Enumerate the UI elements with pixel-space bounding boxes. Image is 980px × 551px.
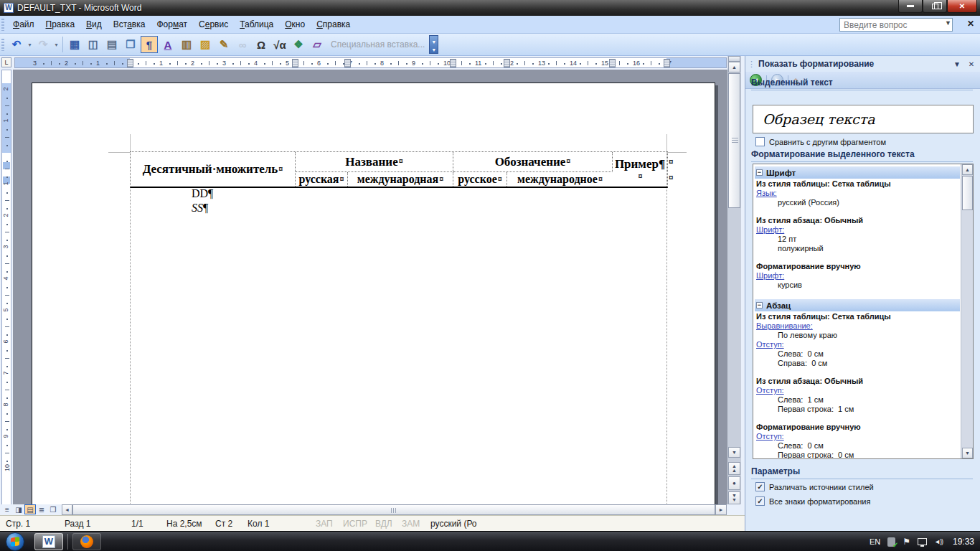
document-paragraphs[interactable]: DD¶SS¶ [192, 187, 213, 215]
status-toggle-ИСПР[interactable]: ИСПР [343, 519, 367, 529]
menu-Файл[interactable]: Файл [7, 17, 40, 32]
taskpane-titlebar[interactable]: ⋮ Показать форматирование ▼ ✕ [745, 56, 980, 72]
vertical-scrollbar[interactable]: ▲ ▼ ▲▲ ● ▼▼ [727, 56, 741, 504]
formatting-marks-icon[interactable]: ¶ [141, 36, 158, 53]
horizontal-ruler[interactable]: 3211234567891011121314151617 [14, 57, 727, 68]
table-column-marker[interactable] [609, 59, 616, 67]
table-header-example[interactable]: Пример¶ ¤ [613, 152, 667, 187]
action-center-flag-icon[interactable]: ⚑ [903, 537, 910, 547]
pane-scrollbar[interactable]: ▲ ▼ [961, 164, 973, 458]
vertical-ruler[interactable]: 2112345678910 [0, 70, 13, 518]
document-icon[interactable]: ▨ [197, 36, 214, 53]
checkbox-icon[interactable] [755, 137, 765, 146]
font-dialog-icon[interactable]: A [159, 36, 176, 53]
paragraph-line[interactable]: DD¶ [192, 187, 213, 201]
horizontal-scroll-track[interactable] [72, 504, 715, 515]
scroll-left-button[interactable]: ◄ [62, 504, 72, 515]
document-page[interactable]: Десятичный·множитель¤ Название¤ Обозначе… [32, 83, 715, 504]
scroll-down-button[interactable]: ▼ [728, 447, 740, 458]
horizontal-scroll-thumb[interactable] [72, 504, 715, 515]
scroll-right-button[interactable]: ► [715, 504, 727, 515]
menu-Формат[interactable]: Формат [151, 17, 193, 32]
taskpane-close-icon[interactable]: ✕ [966, 60, 977, 68]
scroll-down-button[interactable]: ▼ [962, 448, 973, 458]
split-handle[interactable] [728, 56, 740, 62]
checkbox-checked-icon[interactable]: ✓ [755, 496, 765, 506]
research-icon[interactable]: ❖ [290, 36, 307, 53]
web-page-preview-icon[interactable]: ❒ [122, 36, 139, 53]
table-header-multiplier[interactable]: Десятичный·множитель¤ [131, 152, 296, 187]
table-column-marker[interactable] [664, 59, 670, 67]
table-subheader-international-name[interactable]: международная¤ [348, 172, 453, 187]
compare-checkbox-row[interactable]: Сравнить с другим фрагментом [755, 137, 886, 146]
language-indicator[interactable]: EN [870, 537, 880, 546]
previous-page-button[interactable]: ▲▲ [728, 462, 740, 475]
vertical-scroll-thumb[interactable] [728, 73, 740, 208]
web-layout-view-button[interactable]: ◨ [13, 504, 24, 514]
table-subheader-russian-designation[interactable]: русское¤ [453, 172, 507, 187]
undo-icon-dropdown[interactable]: ▾ [26, 36, 34, 53]
taskpane-drag-handle-icon[interactable]: ⋮ [748, 60, 755, 69]
menu-Вставка[interactable]: Вставка [108, 17, 151, 32]
format-painter-icon[interactable]: ✎ [215, 36, 232, 53]
status-toggle-ЗАП[interactable]: ЗАП [316, 519, 333, 529]
menu-Правка[interactable]: Правка [40, 17, 81, 32]
menu-Вид[interactable]: Вид [80, 17, 108, 32]
checkbox-checked-icon[interactable]: ✓ [755, 482, 765, 491]
format-property-link[interactable]: Шрифт: [756, 225, 784, 234]
clock[interactable]: 19:33 [953, 537, 974, 547]
table-column-marker[interactable] [504, 59, 510, 67]
outline-view-button[interactable]: ≣ [36, 504, 47, 514]
format-property-link[interactable]: Отступ: [756, 386, 784, 395]
table-subheader-russian-name[interactable]: русская¤ [296, 172, 348, 187]
next-page-button[interactable]: ▼▼ [728, 491, 740, 504]
insert-symbol-icon[interactable]: Ω [253, 36, 270, 53]
select-browse-object-button[interactable]: ● [728, 476, 740, 490]
print-icon[interactable]: ▤ [103, 36, 121, 53]
pane-scroll-thumb[interactable] [962, 176, 973, 210]
toolbar-options-button[interactable]: ▾▾ [429, 35, 438, 54]
table-subheader-international-designation[interactable]: международное¤ [507, 172, 613, 187]
reading-view-button[interactable]: ❐ [47, 504, 59, 514]
table-column-marker[interactable] [127, 59, 133, 67]
close-button[interactable]: ✕ [947, 0, 977, 13]
toolbar-drag-handle[interactable] [1, 39, 4, 51]
save-icon[interactable]: ▦ [66, 36, 83, 53]
table-column-marker[interactable] [344, 59, 351, 67]
taskbar-word-button[interactable]: W [34, 533, 63, 550]
option-row-0[interactable]: ✓Различать источники стилей [755, 482, 874, 491]
option-row-1[interactable]: ✓Все знаки форматирования [755, 496, 870, 506]
print-preview-icon[interactable]: ◫ [85, 36, 102, 53]
table-column-marker[interactable] [292, 59, 298, 67]
paragraph-line[interactable]: SS¶ [192, 201, 213, 215]
taskbar-firefox-button[interactable] [72, 533, 101, 550]
table-column-marker[interactable] [450, 59, 456, 67]
menubar-close-icon[interactable]: ✕ [967, 19, 974, 29]
collapse-icon[interactable]: − [756, 169, 763, 176]
menu-Справка[interactable]: Справка [311, 17, 356, 32]
menu-Таблица[interactable]: Таблица [234, 17, 279, 32]
script-edit-icon[interactable]: ▱ [308, 36, 326, 53]
status-toggle-ВДЛ[interactable]: ВДЛ [375, 519, 392, 529]
format-property-link[interactable]: Шрифт: [756, 271, 784, 280]
menu-Сервис[interactable]: Сервис [193, 17, 234, 32]
ask-question-input[interactable]: Введите вопрос [839, 18, 953, 32]
ask-dropdown-icon[interactable]: ▼ [945, 19, 951, 27]
speaker-icon[interactable]: ◄)) [934, 538, 943, 545]
scroll-up-button[interactable]: ▲ [728, 62, 740, 72]
taskpane-menu-arrow-icon[interactable]: ▼ [951, 60, 963, 68]
network-icon[interactable] [918, 538, 927, 545]
undo-icon[interactable]: ↶ [8, 36, 25, 53]
sample-text-box[interactable]: Образец текста [753, 105, 974, 133]
normal-view-button[interactable]: ≡ [1, 504, 13, 514]
collapse-icon[interactable]: − [756, 302, 763, 309]
menu-Окно[interactable]: Окно [279, 17, 311, 32]
table-header-name[interactable]: Название¤ [296, 152, 453, 172]
start-button[interactable] [6, 532, 24, 551]
book-icon[interactable]: ▥ [178, 36, 195, 53]
minimize-button[interactable] [898, 0, 923, 13]
table-header-designation[interactable]: Обозначение¤ [453, 152, 613, 172]
format-property-link[interactable]: Язык: [756, 189, 777, 197]
status-toggle-ЗАМ[interactable]: ЗАМ [402, 519, 420, 529]
format-property-link[interactable]: Выравнивание: [756, 321, 813, 330]
